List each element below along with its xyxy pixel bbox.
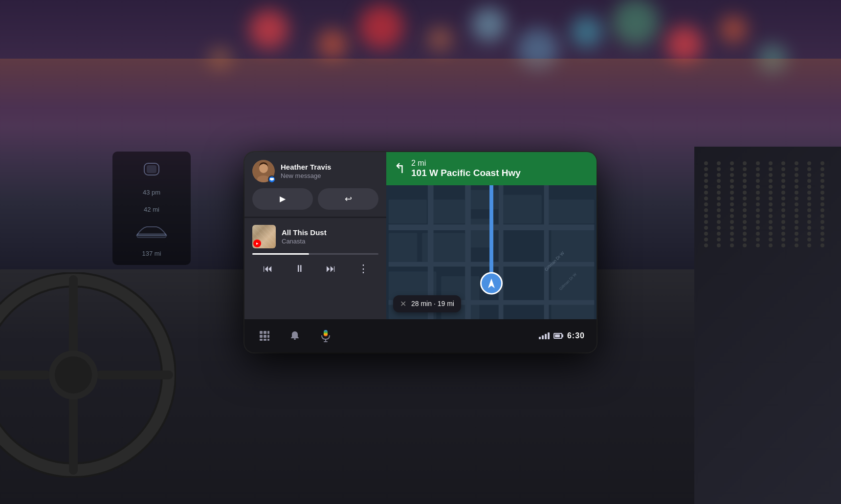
vent-dot <box>756 243 760 247</box>
vent-dot <box>769 238 773 241</box>
vent-dot <box>717 243 721 247</box>
vent-dot <box>756 185 760 189</box>
message-header: Heather Travis New message <box>252 160 378 182</box>
vent-dot <box>820 243 824 247</box>
nav-right-status: 6:30 <box>539 331 585 340</box>
vent-dot <box>781 214 785 218</box>
steering-wheel-container <box>0 272 176 480</box>
vent-dot <box>807 191 811 195</box>
vent-dot <box>807 214 811 218</box>
vent-dot <box>781 167 785 171</box>
vent-dot <box>717 220 721 224</box>
eta-close-button[interactable]: ✕ <box>400 299 406 308</box>
svg-rect-51 <box>325 339 326 341</box>
vent-dot <box>807 202 811 206</box>
svg-rect-52 <box>324 341 328 342</box>
vent-dot <box>756 226 760 230</box>
vent-dot <box>807 161 811 165</box>
more-icon: ⋮ <box>358 263 368 275</box>
music-info: All This Dust Canasta <box>282 228 378 245</box>
vent-dot <box>795 243 798 247</box>
vent-dot <box>795 238 798 241</box>
apps-button[interactable] <box>256 328 273 344</box>
vent-dot <box>730 238 734 241</box>
vent-dot <box>730 173 734 177</box>
artist-name: Canasta <box>282 238 378 245</box>
vent-dot <box>704 161 708 165</box>
vent-dot <box>717 167 721 171</box>
vent-dot <box>717 185 721 189</box>
vent-dot <box>730 220 734 224</box>
vent-dot <box>769 226 773 230</box>
android-auto-display: Heather Travis New message ▶ ↩ <box>244 152 597 352</box>
vent-dot <box>820 226 824 230</box>
vent-dot <box>820 238 824 241</box>
vent-dot <box>820 161 824 165</box>
music-card: All This Dust Canasta ⏮ ⏸ <box>244 218 386 319</box>
vent-dot <box>795 173 798 177</box>
vent-dot <box>769 208 773 212</box>
vent-dot <box>807 197 811 200</box>
vent-dot <box>730 161 734 165</box>
svg-rect-32 <box>499 185 504 319</box>
vent-dot <box>717 161 721 165</box>
vent-dot <box>781 208 785 212</box>
signal-icon <box>539 332 550 339</box>
vent-dot <box>820 173 824 177</box>
vent-dot <box>769 197 773 200</box>
play-button[interactable]: ▶ <box>252 188 313 210</box>
vent-dot <box>717 202 721 206</box>
bokeh-light <box>359 5 403 49</box>
vent-dot <box>820 179 824 183</box>
vent-dot <box>807 243 811 247</box>
vent-dot <box>717 214 721 218</box>
vent-dot <box>743 232 747 236</box>
next-icon: ⏭ <box>326 263 336 274</box>
display-content: Heather Travis New message ▶ ↩ <box>244 152 597 319</box>
svg-rect-43 <box>260 335 263 338</box>
svg-rect-19 <box>547 199 595 223</box>
vent-dot <box>704 179 708 183</box>
vent-dot <box>795 208 798 212</box>
turn-arrow-icon: ↰ <box>394 160 405 176</box>
vent-dot <box>781 226 785 230</box>
left-panel: Heather Travis New message ▶ ↩ <box>244 152 386 319</box>
vent-dot <box>795 179 798 183</box>
next-track-button[interactable]: ⏭ <box>323 260 339 277</box>
cluster-distance: 137 mi <box>142 250 161 257</box>
reply-button[interactable]: ↩ <box>318 188 378 210</box>
vent-dot <box>807 208 811 212</box>
more-options-button[interactable]: ⋮ <box>355 260 371 278</box>
vent-dot <box>769 243 773 247</box>
microphone-button[interactable] <box>317 327 334 345</box>
bokeh-light <box>666 26 703 63</box>
vent-dot <box>704 232 708 236</box>
eta-bubble: ✕ 28 min · 19 mi <box>393 295 461 312</box>
vent-dot <box>807 167 811 171</box>
map-panel: ↰ 2 mi 101 W Pacific Coast Hwy <box>386 152 597 319</box>
vent-dot <box>781 191 785 195</box>
pause-button[interactable]: ⏸ <box>292 260 308 277</box>
music-progress-bar[interactable] <box>252 253 378 255</box>
prev-track-button[interactable]: ⏮ <box>260 260 276 277</box>
vent-dot <box>756 202 760 206</box>
vent-dot <box>730 208 734 212</box>
vent-dot <box>807 232 811 236</box>
vent-dot <box>743 202 747 206</box>
horizon-glow <box>0 59 841 156</box>
vent-dot <box>730 191 734 195</box>
vent-dot <box>807 220 811 224</box>
message-card: Heather Travis New message ▶ ↩ <box>244 152 386 217</box>
bokeh-light <box>613 0 659 45</box>
vent-dot <box>820 167 824 171</box>
album-art <box>252 225 276 248</box>
vent-dot <box>769 161 773 165</box>
vent-dot <box>795 226 798 230</box>
prev-icon: ⏮ <box>263 263 273 274</box>
vent-dot <box>769 220 773 224</box>
svg-rect-17 <box>470 190 499 209</box>
vent-dot <box>730 214 734 218</box>
notifications-button[interactable] <box>287 328 303 344</box>
message-subtitle: New message <box>281 172 378 179</box>
cluster-speed1: 43 pm <box>143 189 160 196</box>
